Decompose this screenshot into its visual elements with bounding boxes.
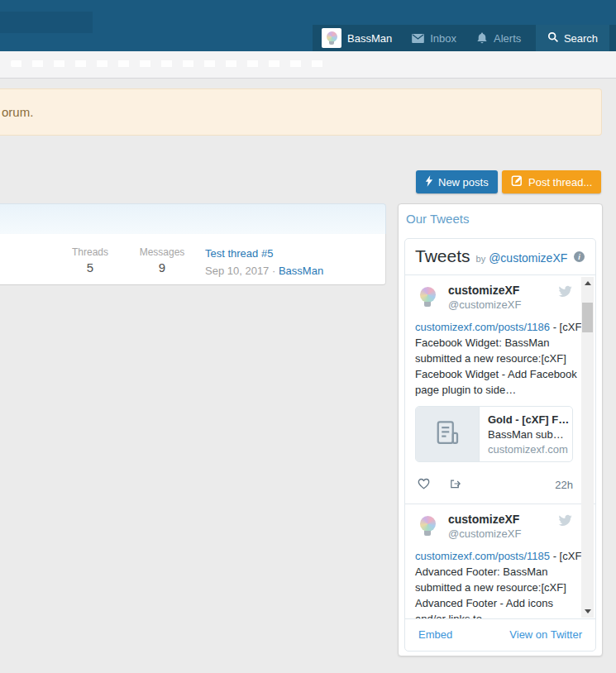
scrollbar-thumb[interactable]: [582, 303, 593, 332]
post-thread-button[interactable]: Post thread...: [502, 170, 601, 193]
embed-header: Tweets by @customizeXF i: [405, 239, 595, 275]
tweet-actions: 22h: [415, 477, 573, 494]
tweet-item: customizeXF @customizeXF customizexf.com…: [415, 504, 573, 618]
tweet-text: customizexf.com/posts/1185 - [cXF] Advan…: [415, 548, 573, 618]
embed-handle-link[interactable]: @customizeXF: [489, 251, 567, 265]
triangle-up-icon: [585, 281, 591, 285]
tweet-item: customizeXF @customizeXF customizexf.com…: [415, 275, 573, 504]
messages-value: 9: [129, 260, 195, 274]
tweets-widget: Our Tweets Tweets by @customizeXF i: [398, 203, 603, 656]
inbox-tab[interactable]: Inbox: [402, 25, 466, 51]
lightning-icon: [425, 175, 433, 189]
search-tab-label: Search: [564, 32, 598, 45]
tweet-header: customizeXF @customizeXF: [415, 513, 573, 541]
threads-stat: Threads 5: [58, 246, 122, 274]
account-tab-label: BassMan: [347, 32, 392, 45]
tweet-text-line: Facebook Widget - Add Facebook: [415, 366, 573, 382]
triangle-down-icon: [585, 609, 591, 613]
timeline-content: customizeXF @customizeXF customizexf.com…: [405, 275, 595, 618]
alerts-tab[interactable]: Alerts: [466, 25, 531, 51]
share-icon[interactable]: [448, 477, 462, 494]
embed-by-label: by: [476, 254, 486, 264]
account-tab[interactable]: BassMan: [313, 25, 402, 51]
twitter-bird-icon[interactable]: [558, 513, 572, 531]
card-description: BassMan sub…: [488, 427, 564, 442]
new-posts-button[interactable]: New posts: [416, 170, 498, 193]
timeline-scrollbar[interactable]: [581, 277, 594, 618]
tweet-author-handle[interactable]: @customizeXF: [448, 527, 521, 540]
messages-stat: Messages 9: [129, 246, 195, 274]
lightbulb-avatar-icon: [420, 287, 436, 307]
card-thumbnail: [416, 407, 480, 461]
card-body: Gold - [cXF] F… BassMan sub… customizexf…: [480, 407, 572, 461]
last-post-date: Sep 10, 2017: [205, 265, 269, 277]
alerts-tab-label: Alerts: [494, 32, 521, 45]
edit-icon: [511, 174, 523, 189]
last-post-meta: Sep 10, 2017 · BassMan: [205, 265, 323, 277]
tweet-avatar[interactable]: [415, 513, 440, 538]
envelope-icon: [412, 34, 424, 43]
last-post-block: Test thread #5 Sep 10, 2017 · BassMan: [205, 246, 323, 277]
info-icon[interactable]: i: [574, 251, 585, 262]
card-domain: customizexf.com: [488, 442, 564, 457]
tweet-link[interactable]: customizexf.com/posts/1185: [415, 550, 550, 562]
lightbulb-avatar-icon: [327, 31, 337, 45]
tweet-text: customizexf.com/posts/1186 - [cXF] Faceb…: [415, 319, 573, 398]
view-on-twitter-link[interactable]: View on Twitter: [509, 628, 582, 641]
tweet-text-line: submitted a new resource:[cXF]: [415, 351, 573, 366]
card-title: Gold - [cXF] F…: [488, 413, 564, 427]
forum-node-row: Threads 5 Messages 9 Test thread #5 Sep …: [0, 234, 386, 285]
meta-separator: ·: [272, 265, 275, 277]
header-logo-area: [0, 12, 93, 33]
tweet-link[interactable]: customizexf.com/posts/1186: [415, 321, 550, 333]
messages-label: Messages: [129, 246, 195, 258]
tweet-text-line: Facebook Widget: BassMan: [415, 335, 573, 351]
scroll-up-button[interactable]: [581, 277, 594, 289]
tweet-text-line: customizexf.com/posts/1185 - [cXF]: [415, 548, 573, 564]
embed-footer: Embed View on Twitter: [405, 618, 595, 651]
last-post-author-link[interactable]: BassMan: [279, 265, 323, 277]
tweet-avatar[interactable]: [415, 284, 440, 309]
node-category-header: [0, 203, 386, 235]
new-posts-button-label: New posts: [438, 176, 489, 189]
tweet-text-line: submitted a new resource:[cXF]: [415, 580, 573, 595]
visitor-tab-strip: BassMan Inbox Alerts Search: [313, 25, 616, 51]
tweet-timeline: customizeXF @customizeXF customizexf.com…: [405, 275, 595, 619]
search-tab[interactable]: Search: [536, 25, 609, 51]
scroll-down-button[interactable]: [581, 605, 594, 618]
tweet-text-line: Advanced Footer: BassMan: [415, 564, 573, 580]
last-thread-link[interactable]: Test thread #5: [205, 247, 273, 260]
notice-text: orum.: [2, 105, 33, 119]
tweet-text-line: Advanced Footer - Add icons: [415, 595, 573, 611]
twitter-bird-icon[interactable]: [558, 284, 572, 302]
article-icon: [432, 418, 462, 451]
sub-navbar: [0, 51, 616, 79]
search-icon: [547, 31, 559, 45]
tweet-author-name[interactable]: customizeXF: [448, 284, 573, 297]
subnav-placeholder-dashes: [11, 60, 332, 67]
threads-label: Threads: [58, 246, 122, 258]
site-header: BassMan Inbox Alerts Search: [0, 0, 616, 51]
embed-link[interactable]: Embed: [418, 628, 452, 641]
user-avatar: [322, 28, 341, 48]
twitter-embed: Tweets by @customizeXF i customizeXF @cu…: [404, 238, 596, 652]
inbox-tab-label: Inbox: [430, 32, 456, 45]
like-heart-icon[interactable]: [417, 477, 431, 494]
tweet-text-line: page plugin to side…: [415, 382, 573, 398]
tweet-author-name[interactable]: customizeXF: [448, 513, 573, 526]
tweet-text-line: customizexf.com/posts/1186 - [cXF]: [415, 319, 573, 335]
threads-value: 5: [58, 260, 122, 274]
embed-title: Tweets: [415, 239, 470, 274]
tweet-header: customizeXF @customizeXF: [415, 284, 573, 312]
post-thread-button-label: Post thread...: [528, 176, 592, 189]
tweet-author-handle[interactable]: @customizeXF: [448, 298, 521, 311]
bell-icon: [476, 32, 488, 45]
lightbulb-avatar-icon: [420, 516, 436, 536]
tweet-link-card[interactable]: Gold - [cXF] F… BassMan sub… customizexf…: [415, 406, 573, 462]
tweet-timestamp[interactable]: 22h: [555, 479, 573, 491]
notice-bar: orum.: [0, 88, 602, 136]
forum-page: BassMan Inbox Alerts Search: [0, 0, 616, 673]
widget-title: Our Tweets: [406, 212, 469, 226]
